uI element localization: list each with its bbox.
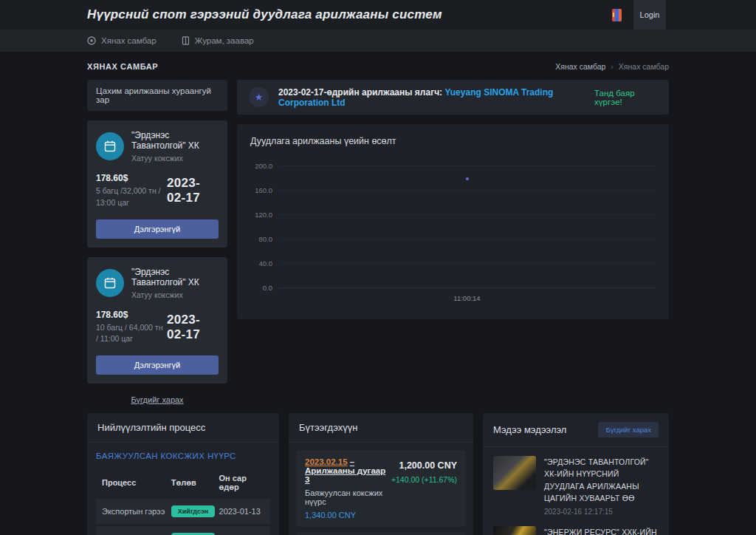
auction-coal-type: Хатуу коксжих (131, 154, 219, 163)
dashboard-icon (87, 36, 96, 45)
x-axis-tick: 11:00:14 (453, 294, 480, 302)
auction-company: "Эрдэнэс Тавантолгой" ХК (131, 267, 219, 287)
left-column: Цахим арилжааны хураангуй зар "Эрдэнэс Т… (87, 80, 227, 404)
breadcrumb-item-current: Хянах самбар (619, 62, 669, 71)
winner-announcement-bar: ★ 2023-02-17-өдрийн арилжааны ялагч: Yue… (237, 80, 669, 115)
news-headline: "ЭРДЭНЭС ТАВАНТОЛГОЙ" ХК-ИЙН НҮҮРСНИЙ ДУ… (544, 456, 659, 504)
right-column: ★ 2023-02-17-өдрийн арилжааны ялагч: Yue… (237, 80, 669, 404)
supply-process-panel: Нийлүүлэлтийн процесс БАЯЖУУЛСАН КОКСЖИХ… (87, 413, 279, 535)
list-item: 2023.02.15 – Арилжааны дугаар 3 Баяжуулс… (296, 450, 466, 527)
news-panel: Мэдээ мэдээлэл Бүгдийг харах "ЭРДЭНЭС ТА… (483, 413, 669, 535)
star-icon: ★ (249, 87, 269, 107)
y-axis-tick: 200.0 (250, 162, 272, 170)
auction-date: 2023-02-17 (167, 176, 219, 205)
mongolian-flag-icon[interactable] (612, 9, 622, 21)
view-all-auctions-link[interactable]: Бүгдийг харах (87, 395, 227, 404)
auction-company: "Эрдэнэс Тавантолгой" ХК (131, 130, 219, 151)
list-item: 2023.02.10 – Арилжааны дугаар 2 Хатуу ко… (296, 532, 466, 535)
chart-title: Дуудлага арилжааны үеийн өсөлт (250, 136, 656, 146)
status-badge: Хийгдсэн (171, 505, 215, 517)
y-axis-tick: 80.0 (250, 235, 272, 243)
gridline (278, 263, 656, 264)
page-title: ХЯНАХ САМБАР (87, 62, 158, 71)
products-title: Бүтээгдэхүүн (289, 413, 473, 443)
auction-price: 178.60$ (96, 173, 167, 183)
news-thumbnail (493, 526, 536, 535)
auction-growth-chart-panel: Дуудлага арилжааны үеийн өсөлт 200.0 160… (237, 124, 669, 319)
gridline (278, 166, 656, 166)
y-axis-tick: 160.0 (250, 186, 272, 194)
auction-price: 178.60$ (96, 310, 167, 320)
news-headline: "ЭНЕРЖИ РЕСУРС" ХХК-ИЙН ЭКСПОРТОД ГАРГАХ… (544, 526, 659, 535)
congrats-text: Танд баяр хүргэе! (594, 89, 657, 106)
auction-coal-type: Хатуу коксжих (131, 290, 219, 299)
x-axis-line (278, 287, 656, 288)
nav-item-label: Хянах самбар (101, 36, 157, 45)
product-price: 1,200.00 CNY (391, 460, 457, 471)
gridline (278, 239, 656, 239)
y-axis-tick: 40.0 (250, 259, 272, 268)
document-icon (182, 36, 190, 45)
chevron-right-icon: › (611, 62, 614, 71)
auction-card: "Эрдэнэс Тавантолгой" ХК Хатуу коксжих 1… (87, 120, 227, 248)
calendar-icon (96, 132, 124, 160)
product-name: Баяжуулсан коксжих нүүрс (305, 488, 387, 506)
process-table: Процесс Төлөв Он сар өдөр Экспортын гэрэ… (96, 469, 270, 535)
news-title: Мэдээ мэдээлэл (493, 424, 566, 435)
chart-data-point (466, 177, 469, 180)
product-link[interactable]: 2023.02.15 – Арилжааны дугаар 3 (305, 457, 387, 484)
products-panel: Бүтээгдэхүүн 2023.02.15 – Арилжааны дуга… (289, 413, 473, 535)
product-change: +140.00 (+11.67%) (391, 475, 457, 484)
app-title: Нүүрсний спот гэрээний дуудлага арилжаан… (87, 7, 442, 22)
supply-process-title: Нийлүүлэлтийн процесс (87, 413, 279, 443)
login-button[interactable]: Login (633, 0, 666, 30)
auction-detail: 10 багц / 64,000 тн / 11:00 цаг (96, 322, 167, 346)
product-start-price: 1,340.00 CNY (305, 511, 387, 519)
auction-card: "Эрдэнэс Тавантолгой" ХК Хатуу коксжих 1… (87, 257, 227, 384)
calendar-icon (96, 269, 124, 297)
process-date: 2023-01-13 (219, 507, 264, 516)
details-button[interactable]: Дэлгэрэнгүй (96, 355, 219, 375)
gridline (278, 190, 656, 191)
gridline (278, 214, 656, 215)
details-button[interactable]: Дэлгэрэнгүй (96, 219, 219, 239)
main-nav: Хянах самбар Журам, заавар (0, 30, 756, 52)
product-date: 2023.02.15 (305, 457, 348, 466)
news-view-all-button[interactable]: Бүгдийг харах (598, 422, 659, 437)
nav-item-label: Журам, заавар (195, 36, 254, 45)
table-row: Гэрээний төлбөр Хийгдсэн 2023-01-17 (96, 526, 270, 535)
breadcrumb-item[interactable]: Хянах самбар (555, 62, 605, 71)
winner-announcement-text: 2023-02-17-өдрийн арилжааны ялагч: Yueya… (278, 87, 585, 108)
process-table-header: Процесс Төлөв Он сар өдөр (96, 469, 270, 499)
breadcrumb: Хянах самбар › Хянах самбар (555, 62, 669, 71)
process-name: Экспортын гэрээ (102, 507, 171, 516)
chart-plot-area: 200.0 160.0 120.0 80.0 40.0 0.0 11:00:14 (278, 166, 656, 287)
table-row: Экспортын гэрээ Хийгдсэн 2023-01-13 (96, 499, 270, 524)
list-item[interactable]: "ЭНЕРЖИ РЕСУРС" ХХК-ИЙН ЭКСПОРТОД ГАРГАХ… (493, 526, 659, 535)
list-item[interactable]: "ЭРДЭНЭС ТАВАНТОЛГОЙ" ХК-ИЙН НҮҮРСНИЙ ДУ… (493, 456, 659, 516)
y-axis-tick: 0.0 (250, 284, 272, 292)
coal-type-link[interactable]: БАЯЖУУЛСАН КОКСЖИХ НҮҮРС (96, 451, 270, 460)
app-header: Нүүрсний спот гэрээний дуудлага арилжаан… (0, 0, 756, 30)
y-axis-tick: 120.0 (250, 211, 272, 219)
auction-date: 2023-02-17 (167, 313, 219, 342)
news-thumbnail (493, 456, 536, 490)
nav-item-dashboard[interactable]: Хянах самбар (87, 36, 157, 45)
nav-item-rules[interactable]: Журам, заавар (182, 36, 254, 45)
summary-ads-header: Цахим арилжааны хураангуй зар (87, 80, 227, 111)
news-timestamp: 2023-02-16 12:17:15 (544, 508, 659, 516)
auction-detail: 5 багц /32,000 тн / 13:00 цаг (96, 185, 167, 209)
